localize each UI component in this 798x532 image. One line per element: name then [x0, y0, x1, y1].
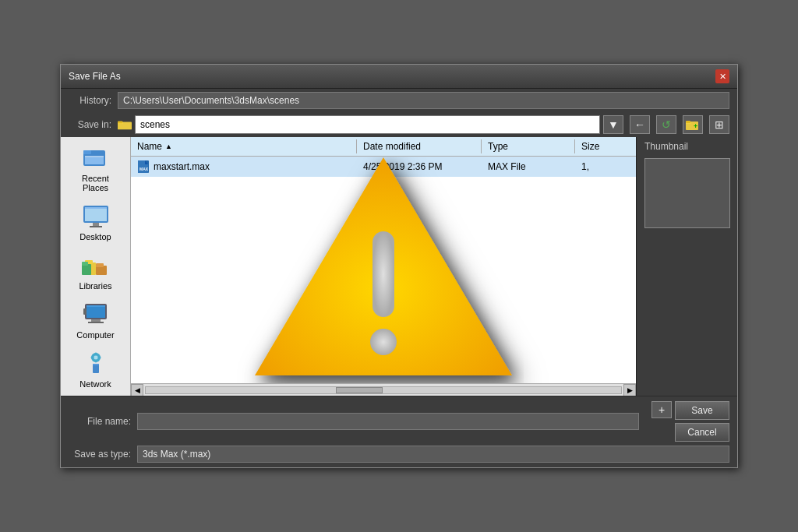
svg-text:MAX: MAX [139, 167, 149, 171]
computer-label: Computer [76, 330, 114, 340]
svg-rect-19 [96, 263, 104, 267]
desktop-label: Desktop [79, 232, 111, 241]
content-area: Name ▲ Date modified Type Size [131, 137, 636, 396]
filetype-combo[interactable]: 3ds Max (*.max) [137, 446, 729, 463]
computer-icon [82, 301, 110, 329]
save-button[interactable]: Save [675, 401, 729, 420]
file-name-cell: MAX maxstart.max [131, 159, 357, 174]
libraries-label: Libraries [79, 281, 111, 291]
network-icon [82, 350, 110, 378]
content-wrapper: Recent Places Desktop [61, 137, 737, 396]
max-file-icon: MAX [137, 160, 150, 173]
filename-label: File name: [69, 416, 131, 427]
savein-dropdown-btn[interactable]: ▼ [603, 115, 623, 134]
warning-overlay [131, 157, 636, 383]
svg-rect-20 [82, 264, 91, 275]
file-list-header: Name ▲ Date modified Type Size [131, 137, 636, 157]
svg-rect-23 [87, 305, 105, 318]
file-area: Name ▲ Date modified Type Size [131, 137, 636, 396]
folder-icon [118, 119, 132, 130]
sidebar-item-desktop[interactable]: Desktop [65, 199, 127, 245]
network-label: Network [79, 379, 111, 389]
savein-input[interactable] [135, 115, 600, 134]
svg-rect-15 [90, 226, 102, 227]
filetype-label: Save as type: [69, 449, 131, 460]
cancel-button[interactable]: Cancel [675, 423, 729, 442]
history-dropdown[interactable]: C:\Users\User\Documents\3dsMax\scenes [118, 92, 729, 109]
col-header-size[interactable]: Size [575, 139, 636, 153]
save-file-as-dialog: Save File As ✕ History: C:\Users\User\Do… [60, 64, 738, 468]
recent-places-icon [82, 144, 110, 172]
new-folder-btn[interactable]: + [683, 115, 703, 134]
save-cancel-buttons: + Save Cancel [651, 401, 729, 442]
file-date-cell: 4/25/2019 2:36 PM [357, 160, 482, 174]
file-type-cell: MAX File [482, 160, 575, 174]
svg-rect-25 [91, 319, 101, 322]
desktop-icon [82, 203, 110, 231]
svg-rect-33 [93, 364, 99, 365]
history-row: History: C:\Users\User\Documents\3dsMax\… [61, 89, 737, 112]
horizontal-scrollbar[interactable]: ◀ ▶ [131, 383, 636, 396]
svg-rect-27 [83, 308, 87, 315]
scroll-left-btn[interactable]: ◀ [131, 384, 143, 396]
svg-rect-14 [93, 223, 99, 226]
savein-row: Save in: ▼ ← ↺ + ⊞ [61, 112, 737, 137]
close-button[interactable]: ✕ [715, 69, 729, 83]
sidebar: Recent Places Desktop [61, 137, 131, 396]
svg-text:+: + [694, 122, 697, 130]
file-size-cell: 1, [575, 160, 636, 174]
col-header-type[interactable]: Type [482, 139, 575, 153]
sidebar-item-recent-places[interactable]: Recent Places [65, 141, 127, 196]
svg-rect-12 [85, 207, 107, 221]
svg-point-40 [370, 329, 397, 355]
scroll-track[interactable] [145, 386, 622, 394]
scroll-right-btn[interactable]: ▶ [623, 384, 636, 396]
sort-arrow: ▲ [165, 143, 172, 150]
filename-row: File name: + Save Cancel [69, 401, 729, 442]
sidebar-item-network[interactable]: Network [65, 347, 127, 392]
scroll-thumb[interactable] [336, 387, 383, 393]
svg-rect-2 [118, 122, 122, 124]
recent-places-label: Recent Places [69, 174, 122, 192]
svg-rect-10 [85, 156, 104, 157]
table-row[interactable]: MAX maxstart.max 4/25/2019 2:36 PM MAX F… [131, 157, 636, 177]
plus-button[interactable]: + [651, 401, 672, 418]
thumbnail-panel: Thumbnail [636, 137, 737, 396]
sidebar-item-computer[interactable]: Computer [65, 298, 127, 343]
file-list-body: MAX maxstart.max 4/25/2019 2:36 PM MAX F… [131, 157, 636, 383]
bottom-section: File name: + Save Cancel Save as type: 3… [61, 396, 737, 467]
refresh-btn[interactable]: ↺ [656, 115, 676, 134]
back-btn[interactable]: ← [630, 115, 650, 134]
svg-rect-8 [83, 150, 91, 154]
svg-rect-39 [373, 231, 394, 317]
svg-marker-38 [255, 157, 512, 375]
svg-rect-13 [85, 207, 107, 209]
savein-label: Save in: [69, 119, 111, 130]
col-header-name[interactable]: Name ▲ [131, 139, 357, 153]
filetype-row: Save as type: 3ds Max (*.max) [69, 446, 729, 463]
svg-point-29 [94, 355, 98, 360]
title-bar: Save File As ✕ [61, 65, 737, 89]
sidebar-item-libraries[interactable]: Libraries [65, 248, 127, 294]
svg-rect-5 [686, 121, 690, 123]
thumbnail-preview [644, 158, 730, 228]
svg-rect-24 [87, 305, 105, 307]
savein-folder-container: ▼ [118, 115, 623, 134]
thumbnail-label: Thumbnail [644, 141, 688, 152]
svg-rect-21 [82, 262, 88, 266]
view-btn[interactable]: ⊞ [709, 115, 729, 134]
history-label: History: [69, 95, 111, 106]
dialog-title: Save File As [69, 71, 121, 82]
filename-combo[interactable] [137, 413, 639, 430]
svg-rect-26 [88, 322, 104, 323]
libraries-icon [82, 252, 110, 280]
warning-triangle-svg [243, 157, 524, 383]
plus-save-row: + Save [651, 401, 729, 420]
col-header-date[interactable]: Date modified [357, 139, 482, 153]
